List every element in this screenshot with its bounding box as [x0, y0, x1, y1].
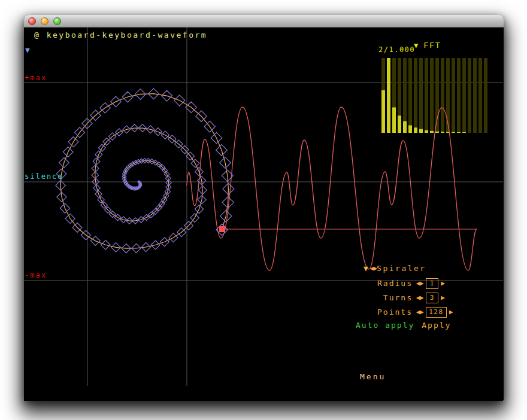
fft-bar-bg: [452, 58, 455, 133]
collapse-arrow-icon[interactable]: ▼: [25, 46, 30, 54]
fft-bar-value: [462, 132, 466, 133]
axis-label-silence: silence: [25, 173, 63, 180]
radius-label: Radius: [356, 279, 413, 288]
fft-bar-value: [452, 132, 455, 133]
points-dec-icon[interactable]: ◀▶: [416, 308, 423, 316]
fft-bar-bg: [468, 58, 471, 133]
turns-inc-icon[interactable]: ▶: [441, 294, 445, 302]
radius-inc-icon[interactable]: ▶: [441, 279, 445, 287]
close-button[interactable]: [28, 17, 36, 25]
axis-label-plus-max: +max: [25, 74, 47, 81]
fft-bar-value: [398, 115, 401, 133]
fft-bar-value: [392, 108, 396, 133]
turns-dec-icon[interactable]: ◀▶: [416, 294, 423, 302]
points-label: Points: [356, 308, 413, 316]
fft-bar-value: [457, 132, 461, 133]
spiral-sample-diamonds[interactable]: [56, 89, 234, 253]
fft-bar-value: [419, 129, 423, 133]
fft-bar-bg: [425, 58, 428, 133]
param-row-turns: Turns ◀▶ 3 ▶: [356, 293, 499, 303]
turns-value-box[interactable]: 3: [426, 293, 438, 303]
param-row-radius: Radius ◀▶ 1 ▶: [356, 278, 499, 288]
fft-bar-value: [403, 121, 407, 133]
fft-bar-bg: [419, 58, 423, 133]
fft-bar-value: [441, 132, 444, 133]
patch-title: @ keyboard-keyboard-waveform: [34, 31, 207, 39]
fft-bar-bg: [473, 58, 477, 133]
zoom-button[interactable]: [53, 17, 61, 25]
fft-bar-value: [435, 132, 439, 133]
fft-bar-bg: [484, 58, 487, 133]
fft-bar-bg: [462, 58, 466, 133]
fft-bar-bg: [430, 58, 434, 133]
fft-bar-bg: [414, 58, 417, 133]
fft-title: FFT: [423, 41, 441, 50]
minimize-button[interactable]: [41, 17, 49, 25]
window-titlebar[interactable]: [24, 15, 504, 28]
fft-readout: 2/1.000: [378, 46, 415, 53]
fft-bar-value: [408, 126, 412, 133]
fft-bar-bg: [446, 58, 450, 133]
fft-bar-value: [381, 90, 385, 133]
points-inc-icon[interactable]: ▶: [449, 308, 453, 316]
spiraler-title: Spiraler: [377, 264, 426, 272]
radius-value-box[interactable]: 1: [426, 278, 438, 289]
menu-button[interactable]: Menu: [360, 373, 386, 381]
fft-bar-value: [425, 130, 428, 133]
fft-bar-bg: [441, 58, 444, 133]
app-canvas[interactable]: @ keyboard-keyboard-waveform ▼ +max sile…: [24, 28, 503, 401]
spiraler-header: ▼ ◀ ▶ Spiraler: [364, 264, 426, 272]
fft-bar-value: [430, 131, 434, 133]
fft-bar-bg: [457, 58, 461, 133]
fft-bar-value: [414, 127, 417, 133]
apply-row: Auto apply Apply: [356, 321, 451, 330]
scene-graphics[interactable]: [24, 28, 503, 401]
points-value-box[interactable]: 128: [426, 307, 446, 318]
turns-label: Turns: [356, 293, 413, 302]
spiral-curve[interactable]: [60, 94, 228, 249]
radius-dec-icon[interactable]: ◀▶: [416, 279, 423, 287]
spiraler-collapse-icon[interactable]: ▼: [364, 264, 368, 272]
auto-apply-button[interactable]: Auto apply: [356, 321, 414, 330]
fft-bar-bg: [435, 58, 439, 133]
fft-bar-value: [387, 58, 390, 133]
app-window: @ keyboard-keyboard-waveform ▼ +max sile…: [24, 15, 504, 401]
fft-bar-bg: [478, 58, 482, 133]
axis-label-minus-max: -max: [25, 272, 47, 279]
param-row-points: Points ◀▶ 128 ▶: [356, 307, 499, 317]
apply-button[interactable]: Apply: [422, 321, 451, 330]
spiral-end-marker[interactable]: [219, 226, 225, 232]
fft-bar-bg: [408, 58, 412, 133]
